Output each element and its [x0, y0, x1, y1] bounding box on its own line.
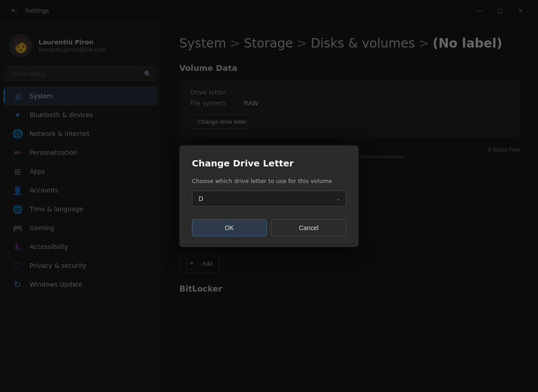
- modal-title: Change Drive Letter: [192, 158, 346, 169]
- modal-ok-button[interactable]: OK: [192, 219, 267, 236]
- change-drive-letter-modal: Change Drive Letter Choose which drive l…: [179, 145, 359, 247]
- drive-letter-select[interactable]: DEFGHIJKLMNOPQRSTUVWXYZ: [192, 191, 346, 207]
- modal-cancel-button[interactable]: Cancel: [271, 219, 346, 236]
- modal-actions: OK Cancel: [192, 219, 346, 236]
- modal-overlay: Change Drive Letter Choose which drive l…: [0, 0, 538, 392]
- drive-letter-select-wrap: DEFGHIJKLMNOPQRSTUVWXYZ ⌄: [192, 191, 346, 207]
- modal-description: Choose which drive letter to use for thi…: [192, 178, 346, 184]
